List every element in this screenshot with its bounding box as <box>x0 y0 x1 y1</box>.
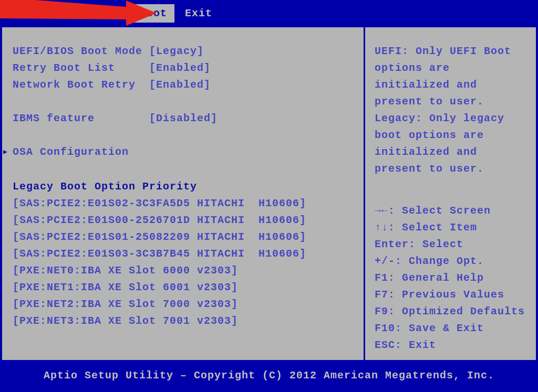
setting-value: [Enabled] <box>149 77 211 93</box>
setting-label: IBMS feature <box>13 110 149 127</box>
key-hint: +/-: Change Opt. <box>375 253 531 270</box>
tab-boot[interactable]: Boot <box>132 4 174 23</box>
setting-label: Retry Boot List <box>13 60 149 77</box>
tab-advanced[interactable]: Advanced <box>60 4 129 23</box>
boot-entry[interactable]: [PXE:NET1:IBA XE Slot 6001 v2303] <box>13 279 357 296</box>
key-hint: F7: Previous Values <box>375 287 531 303</box>
menu-bar: Main Advanced Boot Exit <box>0 0 538 26</box>
help-description: UEFI: Only UEFI Boot options are initial… <box>375 43 531 177</box>
key-hint: ↑↓: Select Item <box>375 219 531 236</box>
content-area: UEFI/BIOS Boot Mode [Legacy] Retry Boot … <box>1 26 537 361</box>
key-hint: F1: General Help <box>375 270 531 287</box>
setting-label: Network Boot Retry <box>13 77 149 93</box>
setting-boot-mode[interactable]: UEFI/BIOS Boot Mode [Legacy] <box>13 43 357 60</box>
key-hint: ESC: Exit <box>375 337 531 354</box>
boot-entry[interactable]: [SAS:PCIE2:E01S00-2526701D HITACHI H1060… <box>13 212 357 229</box>
footer-copyright: Aptio Setup Utility – Copyright (C) 2012… <box>0 361 538 392</box>
boot-entry[interactable]: [SAS:PCIE2:E01S01-25082209 HITACHI H1060… <box>13 229 357 246</box>
setting-value: [Enabled] <box>149 60 211 77</box>
boot-entry[interactable]: [SAS:PCIE2:E01S03-3C3B7B45 HITACHI H1060… <box>13 246 357 262</box>
submenu-arrow-icon: ▸ <box>2 144 9 161</box>
boot-entry[interactable]: [SAS:PCIE2:E01S02-3C3FA5D5 HITACHI H1060… <box>13 195 357 212</box>
setting-label: UEFI/BIOS Boot Mode <box>13 43 149 60</box>
setting-network-retry[interactable]: Network Boot Retry [Enabled] <box>13 77 357 93</box>
key-hint: Enter: Select <box>375 236 531 253</box>
setting-value: [Legacy] <box>149 43 204 60</box>
key-hint: →←: Select Screen <box>375 203 531 219</box>
tab-main[interactable]: Main <box>15 4 57 23</box>
setting-value: [Disabled] <box>149 110 218 127</box>
submenu-osa[interactable]: ▸ OSA Configuration <box>13 144 357 161</box>
boot-entry[interactable]: [PXE:NET3:IBA XE Slot 7001 v2303] <box>13 313 357 330</box>
boot-entry[interactable]: [PXE:NET2:IBA XE Slot 7000 v2303] <box>13 296 357 313</box>
priority-header: Legacy Boot Option Priority <box>13 178 357 195</box>
help-panel: UEFI: Only UEFI Boot options are initial… <box>365 27 536 360</box>
key-hint: F10: Save & Exit <box>375 320 531 337</box>
key-hint: F9: Optimized Defaults <box>375 303 531 320</box>
submenu-label: OSA Configuration <box>13 146 129 158</box>
main-panel: UEFI/BIOS Boot Mode [Legacy] Retry Boot … <box>2 27 365 360</box>
setting-retry-boot[interactable]: Retry Boot List [Enabled] <box>13 60 357 77</box>
boot-entry[interactable]: [PXE:NET0:IBA XE Slot 6000 v2303] <box>13 262 357 279</box>
setting-ibms[interactable]: IBMS feature [Disabled] <box>13 110 357 127</box>
tab-exit[interactable]: Exit <box>178 4 220 23</box>
